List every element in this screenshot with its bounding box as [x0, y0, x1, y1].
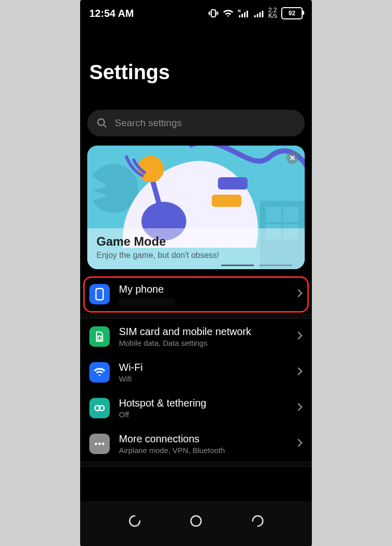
- svg-rect-3: [241, 14, 243, 17]
- item-hotspot[interactable]: Hotspot & tethering Off: [80, 390, 312, 426]
- page-title: Settings: [80, 40, 312, 96]
- svg-rect-18: [212, 195, 241, 207]
- chevron-right-icon: [297, 366, 303, 378]
- svg-rect-23: [98, 336, 101, 340]
- group-separator: [80, 462, 312, 467]
- item-sim[interactable]: SIM card and mobile network Mobile data,…: [80, 319, 312, 354]
- svg-point-29: [191, 516, 201, 526]
- signal-r-icon: R: [238, 9, 250, 18]
- svg-rect-6: [254, 15, 256, 17]
- svg-rect-0: [211, 10, 215, 17]
- item-title: My phone: [119, 283, 287, 295]
- item-my-phone[interactable]: My phone: [83, 276, 309, 313]
- promo-text: Game Mode Enjoy the game, but don't obse…: [87, 228, 305, 269]
- svg-rect-9: [262, 11, 263, 17]
- nav-back-button[interactable]: [251, 514, 265, 530]
- promo-close-button[interactable]: [286, 152, 299, 164]
- search-icon: [96, 117, 108, 129]
- svg-point-10: [98, 118, 105, 125]
- status-time: 12:54 AM: [89, 8, 134, 19]
- sim-icon: [89, 326, 110, 347]
- status-indicators: R 2.2K/s 92: [208, 7, 303, 19]
- nav-home-button[interactable]: [189, 514, 203, 530]
- item-title: SIM card and mobile network: [119, 326, 287, 338]
- promo-subtitle: Enjoy the game, but don't obsess!: [96, 251, 296, 260]
- settings-list: My phone SIM card and mobile network Mob…: [80, 276, 312, 467]
- promo-title: Game Mode: [96, 234, 296, 249]
- svg-rect-22: [96, 289, 103, 300]
- svg-rect-7: [257, 14, 258, 17]
- svg-rect-14: [283, 207, 299, 222]
- svg-point-28: [102, 442, 105, 445]
- item-subtitle: Airplane mode, VPN, Bluetooth: [119, 446, 287, 455]
- search-placeholder: Search settings: [115, 117, 182, 129]
- svg-rect-5: [247, 11, 248, 17]
- signal-icon: [254, 9, 264, 18]
- item-wifi[interactable]: Wi-Fi Wifi: [80, 354, 312, 390]
- item-subtitle: Wifi: [119, 374, 287, 383]
- close-icon: [289, 155, 296, 161]
- search-input[interactable]: Search settings: [87, 110, 305, 136]
- item-title: Hotspot & tethering: [119, 397, 287, 409]
- network-speed: 2.2K/s: [268, 8, 277, 19]
- hotspot-icon: [89, 398, 110, 418]
- item-title: Wi-Fi: [119, 362, 287, 373]
- wifi-settings-icon: [89, 362, 110, 383]
- chevron-right-icon: [297, 402, 303, 414]
- system-nav-bar: [80, 501, 312, 546]
- svg-rect-17: [218, 177, 248, 189]
- vibrate-icon: [208, 9, 218, 18]
- more-icon: [89, 434, 110, 454]
- item-subtitle: Off: [119, 410, 287, 419]
- chevron-right-icon: [297, 438, 303, 450]
- svg-rect-4: [244, 12, 246, 17]
- status-bar: 12:54 AM R 2.2K/s 92: [80, 0, 312, 27]
- svg-rect-2: [239, 15, 240, 17]
- svg-point-27: [99, 442, 101, 445]
- svg-text:R: R: [238, 9, 241, 13]
- chevron-right-icon: [297, 330, 303, 343]
- battery-indicator: 92: [281, 7, 303, 19]
- item-more-connections[interactable]: More connections Airplane mode, VPN, Blu…: [80, 426, 312, 462]
- item-subtitle-redacted: [119, 298, 175, 305]
- phone-screen: { "status": { "time": "12:54 AM", "net_r…: [80, 0, 312, 546]
- group-separator: [80, 314, 312, 319]
- phone-icon: [89, 284, 110, 304]
- promo-card[interactable]: Game Mode Enjoy the game, but don't obse…: [87, 146, 305, 269]
- item-title: More connections: [119, 433, 287, 445]
- chevron-right-icon: [297, 288, 303, 300]
- svg-point-26: [95, 442, 97, 445]
- promo-page-indicator: [221, 265, 292, 266]
- item-subtitle: Mobile data, Data settings: [119, 339, 287, 347]
- nav-recent-button[interactable]: [128, 514, 142, 530]
- svg-rect-8: [259, 12, 261, 17]
- wifi-icon: [223, 9, 234, 18]
- svg-rect-13: [266, 207, 281, 222]
